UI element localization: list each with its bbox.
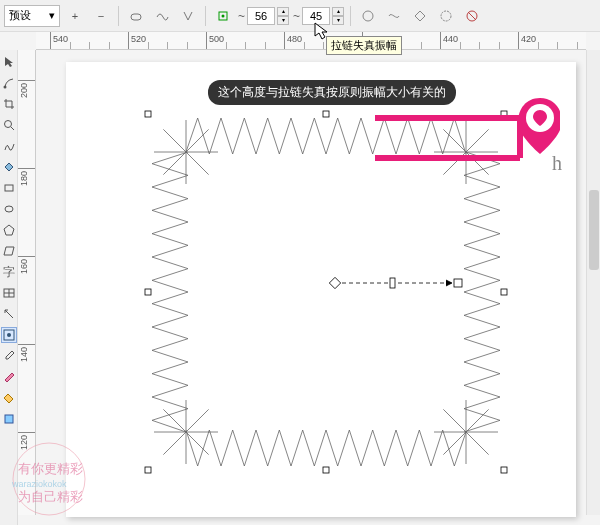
separator (118, 6, 119, 26)
svg-rect-17 (145, 289, 151, 295)
wave-icon: ~ (293, 9, 300, 23)
text-icon: 字 (3, 264, 15, 281)
dropdown-icon: ▾ (49, 9, 55, 22)
svg-rect-0 (131, 14, 141, 20)
freehand-tool[interactable] (1, 138, 17, 154)
dimension-tool[interactable] (1, 306, 17, 322)
add-preset-button[interactable]: + (64, 5, 86, 27)
option-a-button[interactable] (357, 5, 379, 27)
pick-tool[interactable] (1, 54, 17, 70)
minus-icon: − (98, 10, 104, 22)
interactive-tool[interactable] (1, 327, 17, 343)
smart-fill-tool[interactable] (1, 159, 17, 175)
frequency-spinner[interactable]: ▴▾ (332, 7, 344, 25)
distort-mode-3[interactable] (177, 5, 199, 27)
distort-mid-handle[interactable] (390, 278, 395, 288)
separator (350, 6, 351, 26)
preset-dropdown[interactable]: 预设 ▾ (4, 5, 60, 27)
option-d-button[interactable] (435, 5, 457, 27)
amplitude-input[interactable] (247, 7, 275, 25)
tooltip-text: 拉链失真振幅 (331, 39, 397, 51)
svg-point-3 (363, 11, 373, 21)
scrollbar-thumb[interactable] (589, 190, 599, 270)
distort-mode-1[interactable] (125, 5, 147, 27)
cursor-icon (314, 22, 330, 42)
text-tool[interactable]: 字 (1, 264, 17, 280)
table-tool[interactable] (1, 285, 17, 301)
svg-rect-13 (5, 415, 13, 423)
option-c-button[interactable] (409, 5, 431, 27)
outline-tool[interactable] (1, 369, 17, 385)
scrollbar-vertical[interactable] (586, 50, 600, 515)
eyedropper-tool[interactable] (1, 348, 17, 364)
distort-mode-2[interactable] (151, 5, 173, 27)
svg-point-4 (441, 11, 451, 21)
polygon-tool[interactable] (1, 222, 17, 238)
fill-tool[interactable] (1, 390, 17, 406)
distort-start-handle[interactable] (329, 277, 340, 288)
watermark: 有你更精彩 waraziokokok 为自己精彩 (4, 439, 114, 519)
svg-rect-20 (323, 467, 329, 473)
distort-end-handle[interactable] (454, 279, 462, 287)
separator (205, 6, 206, 26)
svg-point-12 (7, 333, 11, 337)
svg-point-6 (3, 86, 6, 89)
crop-tool[interactable] (1, 96, 17, 112)
svg-rect-8 (5, 185, 13, 191)
remove-preset-button[interactable]: − (90, 5, 112, 27)
svg-point-9 (5, 206, 13, 212)
preset-label: 预设 (9, 8, 31, 23)
svg-rect-14 (145, 111, 151, 117)
svg-rect-15 (323, 111, 329, 117)
amplitude-spinner[interactable]: ▴▾ (277, 7, 289, 25)
arrow-icon (446, 280, 452, 286)
svg-rect-21 (501, 467, 507, 473)
svg-text:waraziokokok: waraziokokok (11, 479, 67, 489)
zoom-tool[interactable] (1, 117, 17, 133)
tooltip: 拉链失真振幅 (326, 36, 402, 55)
property-bar: 预设 ▾ + − ~ ▴▾ ~ ▴▾ (0, 0, 600, 32)
basic-shapes-tool[interactable] (1, 243, 17, 259)
rectangle-tool[interactable] (1, 180, 17, 196)
option-e-button[interactable] (461, 5, 483, 27)
ellipse-tool[interactable] (1, 201, 17, 217)
svg-text:为自己精彩: 为自己精彩 (18, 489, 83, 504)
interactive-fill-tool[interactable] (1, 411, 17, 427)
svg-rect-18 (501, 289, 507, 295)
wave-icon: ~ (238, 9, 245, 23)
shape-tool[interactable] (1, 75, 17, 91)
option-b-button[interactable] (383, 5, 405, 27)
center-button[interactable] (212, 5, 234, 27)
svg-point-7 (4, 121, 11, 128)
ruler-horizontal: 540520500480460440420 (36, 32, 586, 50)
amplitude-control: ~ ▴▾ (238, 5, 289, 27)
svg-rect-19 (145, 467, 151, 473)
annotation-bracket (370, 98, 560, 178)
plus-icon: + (72, 10, 78, 22)
svg-point-2 (222, 14, 225, 17)
svg-text:有你更精彩: 有你更精彩 (18, 461, 83, 476)
